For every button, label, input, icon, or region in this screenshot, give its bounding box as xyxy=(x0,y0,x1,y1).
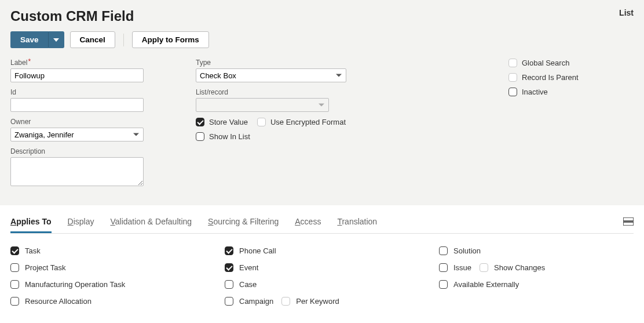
inactive-label: Inactive xyxy=(522,88,548,96)
owner-select[interactable] xyxy=(10,128,144,141)
manufacturing-op-checkbox[interactable] xyxy=(10,280,19,289)
save-dropdown-button[interactable] xyxy=(48,31,64,48)
type-select[interactable] xyxy=(196,68,346,82)
save-button-group: Save xyxy=(10,31,64,48)
event-checkbox[interactable] xyxy=(225,263,233,272)
svg-marker-0 xyxy=(53,38,59,42)
project-task-checkbox[interactable] xyxy=(10,263,19,272)
store-value-checkbox[interactable] xyxy=(196,118,204,126)
chevron-down-icon xyxy=(53,38,59,42)
campaign-label: Campaign xyxy=(239,297,273,306)
show-changes-label: Show Changes xyxy=(494,263,545,272)
label-input[interactable] xyxy=(10,68,144,82)
campaign-checkbox[interactable] xyxy=(225,297,233,306)
tab-validation[interactable]: Validation & Defaulting xyxy=(110,217,192,233)
record-is-parent-label: Record Is Parent xyxy=(522,73,579,82)
id-field-label: Id xyxy=(10,88,161,96)
svg-rect-2 xyxy=(623,222,634,226)
solution-checkbox[interactable] xyxy=(439,246,448,255)
task-checkbox[interactable] xyxy=(10,246,19,255)
show-in-list-label: Show In List xyxy=(209,132,250,141)
tab-sourcing[interactable]: Sourcing & Filtering xyxy=(208,217,279,233)
owner-field-label: Owner xyxy=(10,118,161,126)
record-is-parent-checkbox[interactable] xyxy=(508,73,517,82)
per-keyword-label: Per Keyword xyxy=(296,297,339,306)
svg-rect-1 xyxy=(623,217,634,221)
tab-applies-to[interactable]: Applies To xyxy=(10,217,52,233)
tab-access[interactable]: Access xyxy=(295,217,321,233)
available-ext-label: Available Externally xyxy=(453,280,519,289)
tab-display[interactable]: Display xyxy=(68,217,94,233)
type-field-label: Type xyxy=(196,59,393,67)
store-value-label: Store Value xyxy=(209,118,248,126)
issue-label: Issue xyxy=(453,263,471,272)
list-link[interactable]: List xyxy=(619,8,634,17)
description-textarea[interactable] xyxy=(10,157,144,186)
label-field-label: Label* xyxy=(10,59,161,67)
resource-alloc-label: Resource Allocation xyxy=(25,297,92,306)
list-view-icon xyxy=(623,217,634,226)
task-label: Task xyxy=(25,246,41,255)
listrecord-field-label: List/record xyxy=(196,88,393,96)
resource-alloc-checkbox[interactable] xyxy=(10,297,19,306)
global-search-label: Global Search xyxy=(522,59,569,67)
case-checkbox[interactable] xyxy=(225,280,233,289)
use-encrypted-checkbox[interactable] xyxy=(257,118,266,126)
listrecord-select xyxy=(196,98,329,112)
phone-call-checkbox[interactable] xyxy=(225,246,233,255)
case-label: Case xyxy=(239,280,257,289)
global-search-checkbox[interactable] xyxy=(508,59,517,67)
available-ext-checkbox[interactable] xyxy=(439,280,448,289)
inactive-checkbox[interactable] xyxy=(508,88,517,96)
project-task-label: Project Task xyxy=(25,263,66,272)
use-encrypted-label: Use Encrypted Format xyxy=(270,118,346,126)
required-star-icon: * xyxy=(28,57,31,66)
page-title: Custom CRM Field xyxy=(10,8,134,24)
tab-view-toggle-button[interactable] xyxy=(623,217,634,233)
phone-call-label: Phone Call xyxy=(239,246,276,255)
issue-checkbox[interactable] xyxy=(439,263,448,272)
button-divider xyxy=(123,34,124,46)
cancel-button[interactable]: Cancel xyxy=(70,31,115,48)
tab-translation[interactable]: Translation xyxy=(337,217,377,233)
solution-label: Solution xyxy=(453,246,481,255)
show-changes-checkbox[interactable] xyxy=(480,263,488,272)
per-keyword-checkbox[interactable] xyxy=(281,297,290,306)
id-input[interactable] xyxy=(10,98,144,112)
save-button[interactable]: Save xyxy=(10,31,48,48)
apply-to-forms-button[interactable]: Apply to Forms xyxy=(132,31,209,48)
event-label: Event xyxy=(239,263,258,272)
show-in-list-checkbox[interactable] xyxy=(196,132,204,141)
description-field-label: Description xyxy=(10,147,161,155)
manufacturing-op-label: Manufacturing Operation Task xyxy=(25,280,125,289)
